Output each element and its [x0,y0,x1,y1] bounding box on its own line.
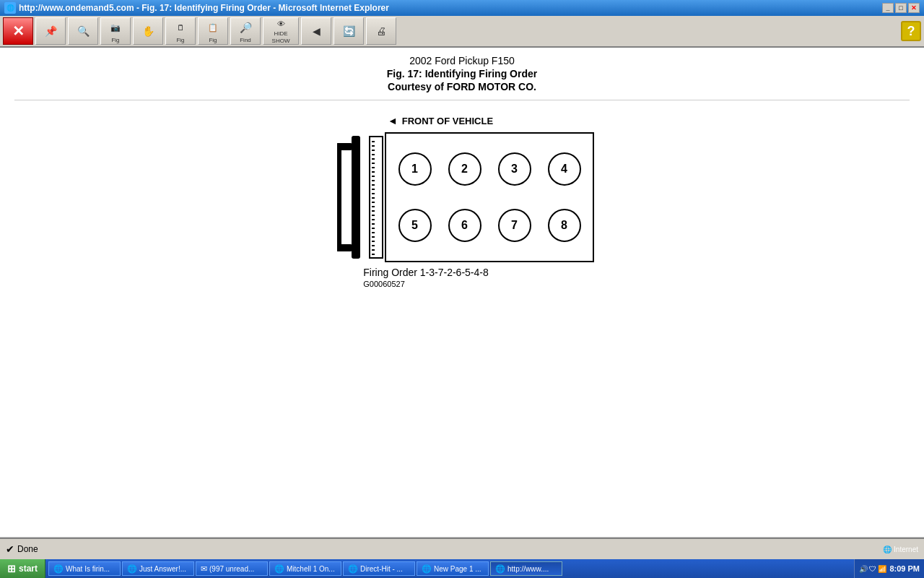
taskbar-item-5[interactable]: 🌐 New Page 1 ... [417,561,489,576]
title-bar-buttons: _ □ ✕ [882,3,920,13]
taskbar-item-1[interactable]: 🌐 Just Answer!... [122,561,194,576]
taskbar-icon-1: 🌐 [127,564,137,574]
system-tray-icons: 🔊 🛡 📶 [859,565,886,573]
taskbar-item-6[interactable]: 🌐 http://www.... [490,561,562,576]
page-header: 2002 Ford Pickup F150 Fig. 17: Identifyi… [14,55,910,92]
zone-text: Internet [894,545,918,553]
taskbar-label-3: Mitchell 1 On... [287,565,335,573]
status-done: ✔ Done [6,543,38,555]
content-area: 2002 Ford Pickup F150 Fig. 17: Identifyi… [0,48,924,538]
page-title2: Fig. 17: Identifying Firing Order [14,68,910,79]
print-icon: 🖨 [372,22,390,40]
find-icon: 🔎 [237,19,254,36]
title-bar: 🌐 http://www.ondemand5.com - Fig. 17: Id… [0,0,924,16]
maximize-button[interactable]: □ [895,3,907,13]
taskbar-icon-0: 🌐 [53,564,64,574]
pin-icon: 📌 [42,22,59,40]
taskbar-label-2: (997 unread... [209,565,254,573]
toolbar: ✕ 📌 🔍 📷 Fig ✋ 🗒 Fig 📋 Fig 🔎 Find 👁 HIDE … [0,16,924,48]
taskbar-right: 🔊 🛡 📶 8:09 PM [854,559,924,578]
taskbar-icon-3: 🌐 [274,564,284,574]
taskbar-items: 🌐 What Is firin... 🌐 Just Answer!... ✉ (… [45,561,854,576]
toolbar-btn-fig3[interactable]: 📋 Fig [198,17,228,45]
toolbar-btn-find[interactable]: 🔎 Find [230,17,261,45]
cylinder-8: 8 [548,209,581,242]
close-toolbar-icon: ✕ [9,22,27,40]
search-icon: 🔍 [74,22,92,40]
fig2-icon: 🗒 [172,19,189,36]
cylinder-4: 4 [548,152,581,186]
toolbar-btn-hand[interactable]: ✋ [133,17,163,45]
fig1-label: Fig [111,37,119,43]
arrow-left-icon: ◄ [388,115,398,126]
toolbar-btn-back[interactable]: ◀ [301,17,331,45]
toolbar-btn-hideshow[interactable]: 👁 HIDE SHOW [263,17,299,45]
taskbar: ⊞ start 🌐 What Is firin... 🌐 Just Answer… [0,559,924,578]
hideshow-icon: 👁 [272,18,289,30]
hand-icon: ✋ [139,22,157,40]
refresh-icon: 🔄 [340,22,357,40]
taskbar-item-3[interactable]: 🌐 Mitchell 1 On... [269,561,341,576]
status-bar: ✔ Done 🌐 Internet [0,538,924,559]
taskbar-icon-2: ✉ [201,564,207,574]
clock: 8:09 PM [889,564,920,573]
taskbar-item-2[interactable]: ✉ (997 unread... [196,561,268,576]
toolbar-btn-print[interactable]: 🖨 [366,17,396,45]
svg-rect-0 [352,136,360,259]
front-label-text: FRONT OF VEHICLE [402,116,493,126]
part-number: G00060527 [363,280,489,288]
help-button[interactable]: ? [901,21,921,41]
diagram-labels: Firing Order 1-3-7-2-6-5-4-8 G00060527 [363,267,489,288]
internet-zone: 🌐 Internet [883,545,918,553]
windows-icon: ⊞ [7,563,16,574]
cylinder-7: 7 [498,209,531,242]
window-title: http://www.ondemand5.com - Fig. 17: Iden… [19,3,882,13]
taskbar-label-4: Direct-Hit - ... [360,565,403,573]
back-icon: ◀ [308,22,325,40]
hideshow-label: HIDE [274,30,287,37]
fig3-label: Fig [209,37,217,43]
minimize-button[interactable]: _ [882,3,894,13]
diagram-container: ◄ FRONT OF VEHICLE [14,115,910,288]
tray-icon-2: 🛡 [869,565,876,573]
page-title3: Courtesy of FORD MOTOR CO. [14,81,910,92]
toolbar-btn-2[interactable]: 🔍 [68,17,98,45]
taskbar-item-0[interactable]: 🌐 What Is firin... [48,561,121,576]
cylinder-2: 2 [448,152,481,186]
start-button[interactable]: ⊞ start [0,559,45,578]
toolbar-btn-1[interactable]: 📌 [35,17,66,45]
close-toolbar-button[interactable]: ✕ [3,17,33,45]
taskbar-icon-5: 🌐 [422,564,432,574]
cylinder-6: 6 [448,209,481,242]
toolbar-btn-fig2[interactable]: 🗒 Fig [165,17,196,45]
cylinder-1: 1 [398,152,432,186]
hideshow-label2: SHOW [272,38,290,44]
svg-rect-3 [337,143,341,251]
cylinder-3: 3 [498,152,531,186]
taskbar-label-6: http://www.... [507,565,549,573]
toolbar-btn-refresh[interactable]: 🔄 [334,17,364,45]
toolbar-btn-fig1[interactable]: 📷 Fig [100,17,131,45]
tray-icon-1: 🔊 [859,565,868,573]
engine-diagram: 1 2 3 4 5 6 7 8 [330,132,594,262]
taskbar-label-1: Just Answer!... [139,565,186,573]
find-label: Find [240,37,251,43]
taskbar-label-5: New Page 1 ... [434,565,481,573]
taskbar-item-4[interactable]: 🌐 Direct-Hit - ... [343,561,415,576]
front-label: ◄ FRONT OF VEHICLE [388,115,493,126]
tray-icon-3: 📶 [878,565,886,573]
header-divider [14,100,910,100]
crankshaft-area [330,132,366,262]
taskbar-label-0: What Is firin... [66,565,110,573]
firing-order-text: Firing Order 1-3-7-2-6-5-4-8 [363,267,489,278]
globe-icon: 🌐 [883,545,892,553]
taskbar-icon-6: 🌐 [495,564,505,574]
cylinder-box: 1 2 3 4 5 6 7 8 [385,132,594,262]
window-icon: 🌐 [4,2,16,14]
cylinder-5: 5 [398,209,432,242]
fig2-label: Fig [176,37,184,43]
fig1-icon: 📷 [107,19,124,36]
taskbar-icon-4: 🌐 [348,564,358,574]
close-button[interactable]: ✕ [908,3,920,13]
page-title1: 2002 Ford Pickup F150 [14,55,910,66]
